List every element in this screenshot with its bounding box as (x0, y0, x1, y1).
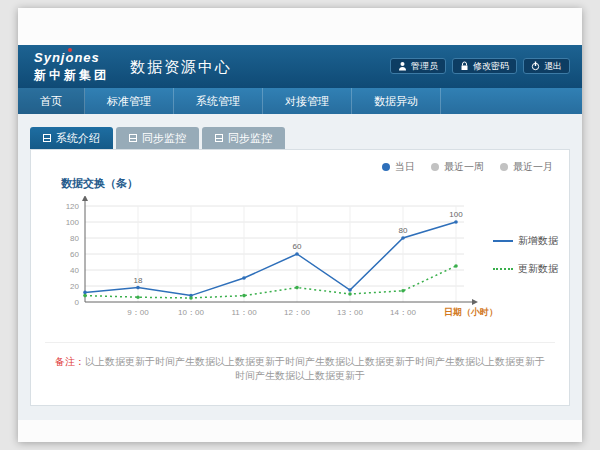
time-range-legend: 当日 最近一周 最近一月 (382, 160, 553, 174)
remark-label: 备注： (55, 356, 85, 367)
chart-panel: 当日 最近一周 最近一月 数据交换（条） 0204060801001209：00… (30, 149, 570, 406)
lock-icon (460, 61, 469, 71)
dashed-line-icon (493, 268, 513, 270)
grid-icon (129, 134, 137, 142)
nav-item-home[interactable]: 首页 (18, 88, 85, 114)
logo-secondary: 新中新集团 (34, 67, 109, 84)
svg-text:0: 0 (75, 298, 80, 307)
change-password-button[interactable]: 修改密码 (452, 58, 517, 74)
legend-item-today-label: 当日 (395, 160, 415, 174)
user-icon (398, 61, 407, 71)
remark: 备注：以上数据更新于时间产生数据以上数据更新于时间产生数据以上数据更新于时间产生… (51, 355, 549, 383)
solid-line-icon (493, 240, 513, 242)
svg-text:100: 100 (66, 218, 80, 227)
svg-text:9：00: 9：00 (127, 308, 149, 317)
legend-dot-icon (500, 163, 508, 171)
y-axis-title: 数据交换（条） (61, 176, 138, 191)
nav-item-data-change[interactable]: 数据异动 (352, 88, 441, 114)
header-actions: 管理员 修改密码 退出 (390, 58, 570, 74)
content-area: 系统介绍 同步监控 同步监控 当日 最近一周 (18, 114, 582, 420)
admin-button-label: 管理员 (411, 60, 438, 73)
legend-item-today[interactable]: 当日 (382, 160, 415, 174)
svg-text:60: 60 (70, 250, 79, 259)
tab-sync-monitor-1[interactable]: 同步监控 (116, 127, 199, 149)
logo: Synjones 新中新集团 (34, 50, 109, 84)
svg-text:100: 100 (449, 210, 463, 219)
logout-icon (531, 61, 540, 71)
svg-text:120: 120 (66, 202, 80, 211)
nav-item-connect-mgmt[interactable]: 对接管理 (263, 88, 352, 114)
series-item-update-data[interactable]: 更新数据 (493, 262, 558, 276)
svg-text:80: 80 (399, 226, 408, 235)
logo-red-dot-icon (68, 48, 72, 52)
series-item-new-data-label: 新增数据 (518, 234, 558, 248)
legend-item-last-month[interactable]: 最近一月 (500, 160, 553, 174)
grid-icon (215, 134, 223, 142)
change-password-button-label: 修改密码 (473, 60, 509, 73)
logout-button[interactable]: 退出 (523, 58, 570, 74)
svg-text:18: 18 (134, 276, 143, 285)
tab-system-intro[interactable]: 系统介绍 (30, 127, 113, 149)
page: Synjones 新中新集团 数据资源中心 管理员 修改密码 (18, 8, 582, 442)
line-chart: 0204060801001209：0010：0011：0012：0013：001… (45, 196, 500, 331)
legend-item-last-month-label: 最近一月 (513, 160, 553, 174)
header: Synjones 新中新集团 数据资源中心 管理员 修改密码 (18, 45, 582, 88)
svg-text:60: 60 (293, 242, 302, 251)
legend-dot-icon (431, 163, 439, 171)
svg-text:12：00: 12：00 (284, 308, 310, 317)
legend-dot-icon (382, 163, 390, 171)
logout-button-label: 退出 (544, 60, 562, 73)
svg-text:日期（小时）: 日期（小时） (444, 307, 498, 317)
divider (45, 342, 555, 343)
svg-text:80: 80 (70, 234, 79, 243)
tab-sync-monitor-2-label: 同步监控 (228, 131, 272, 146)
tab-system-intro-label: 系统介绍 (56, 131, 100, 146)
svg-text:40: 40 (70, 266, 79, 275)
series-item-update-data-label: 更新数据 (518, 262, 558, 276)
nav-item-standard-mgmt[interactable]: 标准管理 (85, 88, 174, 114)
logo-primary: Synjones (34, 50, 109, 65)
series-item-new-data[interactable]: 新增数据 (493, 234, 558, 248)
legend-item-last-week[interactable]: 最近一周 (431, 160, 484, 174)
grid-icon (43, 134, 51, 142)
svg-text:11：00: 11：00 (231, 308, 257, 317)
nav-item-system-mgmt[interactable]: 系统管理 (174, 88, 263, 114)
tab-sync-monitor-2[interactable]: 同步监控 (202, 127, 285, 149)
main-nav: 首页 标准管理 系统管理 对接管理 数据异动 (18, 88, 582, 114)
legend-item-last-week-label: 最近一周 (444, 160, 484, 174)
page-title: 数据资源中心 (130, 58, 232, 77)
svg-text:10：00: 10：00 (178, 308, 204, 317)
remark-text: 以上数据更新于时间产生数据以上数据更新于时间产生数据以上数据更新于时间产生数据以… (85, 356, 545, 381)
svg-text:20: 20 (70, 282, 79, 291)
svg-text:14：00: 14：00 (390, 308, 416, 317)
admin-button[interactable]: 管理员 (390, 58, 446, 74)
tab-sync-monitor-1-label: 同步监控 (142, 131, 186, 146)
svg-text:13：00: 13：00 (337, 308, 363, 317)
tab-bar: 系统介绍 同步监控 同步监控 (30, 127, 285, 149)
series-legend: 新增数据 更新数据 (493, 234, 558, 276)
